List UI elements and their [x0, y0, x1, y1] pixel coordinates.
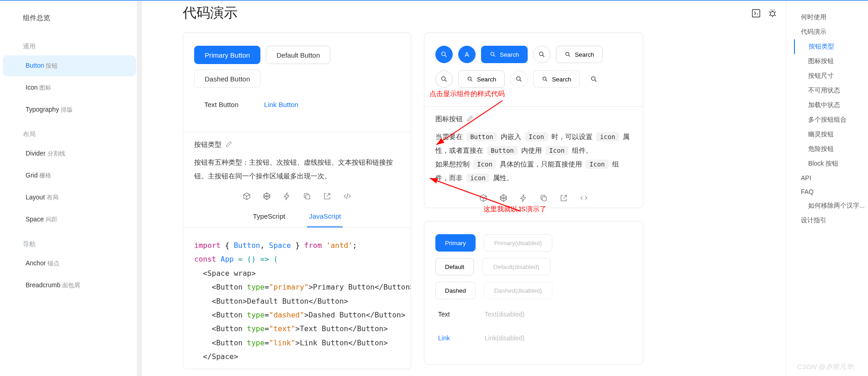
default-button[interactable]: Default Button [266, 46, 330, 64]
anchor-item[interactable]: 按钮类型 [794, 39, 868, 54]
anchor-item[interactable]: 危险按钮 [794, 142, 868, 156]
page-title: 代码演示 [183, 4, 238, 22]
tab-javascript[interactable]: JavaScript [307, 206, 343, 227]
anchor-item[interactable]: 不可用状态 [794, 83, 868, 98]
letter-circle[interactable]: A [458, 46, 476, 63]
demo-card-disabled: Primary Primary(disabled) Default Defaul… [424, 221, 643, 365]
expand-code-icon[interactable] [751, 8, 761, 18]
edit-icon[interactable] [466, 115, 474, 124]
demo-title: 图标按钮 [435, 115, 463, 124]
link-disabled-button: Link(disabled) [482, 329, 527, 347]
anchor-item[interactable]: Block 按钮 [794, 156, 868, 171]
show-code-icon[interactable] [580, 194, 588, 202]
demo-description: 按钮有五种类型：主按钮、次按钮、虚线按钮、文本按钮和链接按钮。主按钮在同一个操作… [194, 156, 400, 183]
search-circle-text[interactable] [585, 70, 603, 88]
action-bar [424, 187, 643, 208]
search-circle-default-2[interactable] [435, 70, 453, 88]
svg-point-10 [543, 77, 546, 80]
bug-icon[interactable] [767, 8, 778, 18]
external-link-icon[interactable] [560, 194, 568, 202]
dashed-button[interactable]: Dashed Button [194, 70, 260, 88]
sidebar-item-typography[interactable]: Typography排版 [3, 99, 136, 120]
primary-button[interactable]: Primary [435, 234, 476, 252]
text-button[interactable]: Text Button [194, 95, 249, 113]
sidebar-item-grid[interactable]: Grid栅格 [3, 165, 136, 186]
anchor-item[interactable]: 如何移除两个汉字... [794, 199, 868, 213]
text-disabled-button: Text(disabled) [482, 306, 527, 323]
anchor-item[interactable]: 幽灵按钮 [794, 127, 868, 142]
default-button[interactable]: Default [435, 258, 474, 275]
search-circle-dashed[interactable] [510, 70, 528, 88]
search-circle-default[interactable] [533, 46, 550, 63]
anchor-nav: 何时使用 代码演示 按钮类型 图标按钮 按钮尺寸 不可用状态 加载中状态 多个按… [786, 1, 868, 376]
svg-point-11 [592, 77, 595, 81]
stackblitz-icon[interactable] [283, 192, 291, 200]
sidebar-group-label: 通用 [0, 39, 142, 54]
anchor-item[interactable]: 多个按钮组合 [794, 113, 868, 127]
codepen-icon[interactable] [499, 194, 508, 202]
svg-rect-12 [542, 197, 546, 201]
sidebar-title: 组件总览 [0, 14, 142, 32]
svg-point-7 [442, 77, 445, 81]
demo-card-button-types: Primary Button Default Button Dashed But… [183, 32, 411, 369]
primary-disabled-button: Primary(disabled) [484, 234, 552, 252]
anchor-item[interactable]: FAQ [794, 185, 868, 199]
primary-button[interactable]: Primary Button [194, 46, 260, 64]
sidebar: 组件总览 通用 Button按钮 Icon图标 Typography排版 布局 … [0, 1, 142, 376]
svg-point-5 [540, 52, 543, 56]
sidebar-group-label: 布局 [0, 127, 142, 142]
svg-point-8 [468, 77, 471, 80]
codepen-icon[interactable] [263, 192, 271, 200]
main-content: 代码演示 Primary Button Default Button Dashe… [142, 1, 786, 376]
action-bar [183, 185, 411, 206]
copy-icon[interactable] [540, 194, 548, 202]
sidebar-item-icon[interactable]: Icon图标 [3, 77, 136, 98]
anchor-item[interactable]: 设计指引 [794, 213, 868, 228]
anchor-item[interactable]: API [794, 171, 868, 185]
search-button-default-2[interactable]: Search [458, 70, 505, 88]
svg-point-1 [770, 11, 774, 16]
external-link-icon[interactable] [323, 192, 331, 200]
search-button-primary[interactable]: Search [481, 46, 528, 63]
anchor-item[interactable]: 按钮尺寸 [794, 69, 868, 83]
svg-rect-2 [306, 195, 310, 199]
demo-card-icon-buttons: A Search Search Search Search [424, 32, 643, 208]
default-disabled-button: Default(disabled) [482, 258, 550, 275]
sidebar-item-space[interactable]: Space间距 [3, 209, 136, 230]
svg-point-6 [566, 52, 569, 55]
anchor-item[interactable]: 何时使用 [794, 10, 868, 25]
dashed-disabled-button: Dashed(disabled) [484, 282, 552, 299]
svg-point-3 [442, 52, 445, 56]
link-button[interactable]: Link Button [254, 95, 308, 113]
anchor-item[interactable]: 代码演示 [794, 25, 868, 39]
codesandbox-icon[interactable] [243, 192, 251, 200]
copy-icon[interactable] [303, 192, 311, 200]
search-button-dashed[interactable]: Search [533, 70, 580, 88]
dashed-button[interactable]: Dashed [435, 282, 476, 299]
svg-point-4 [491, 52, 494, 55]
anchor-item[interactable]: 图标按钮 [794, 54, 868, 69]
link-button[interactable]: Link [435, 329, 474, 347]
sidebar-item-anchor[interactable]: Anchor锚点 [3, 253, 136, 274]
sidebar-item-layout[interactable]: Layout布局 [3, 187, 136, 208]
sidebar-item-divider[interactable]: Divider分割线 [3, 143, 136, 164]
edit-icon[interactable] [225, 140, 233, 149]
search-circle-primary[interactable] [435, 46, 453, 63]
stackblitz-icon[interactable] [519, 194, 528, 202]
anchor-item[interactable]: 加载中状态 [794, 98, 868, 113]
search-button-default[interactable]: Search [556, 46, 603, 63]
code-block: import { Button, Space } from 'antd'; co… [183, 228, 411, 369]
text-button[interactable]: Text [435, 306, 474, 323]
svg-point-9 [517, 77, 520, 81]
sidebar-item-button[interactable]: Button按钮 [3, 55, 136, 76]
tab-typescript[interactable]: TypeScript [251, 206, 287, 227]
sidebar-group-label: 导航 [0, 236, 142, 252]
codesandbox-icon[interactable] [479, 194, 487, 202]
demo-description: 当需要在 Button 内嵌入 Icon 时，可以设置 icon 属性，或者直接… [435, 130, 632, 185]
demo-title: 按钮类型 [194, 140, 222, 149]
watermark: CSDN @亦世凡华、 [797, 363, 860, 371]
show-code-icon[interactable] [343, 192, 351, 200]
sidebar-item-breadcrumb[interactable]: Breadcrumb面包屑 [3, 275, 136, 296]
